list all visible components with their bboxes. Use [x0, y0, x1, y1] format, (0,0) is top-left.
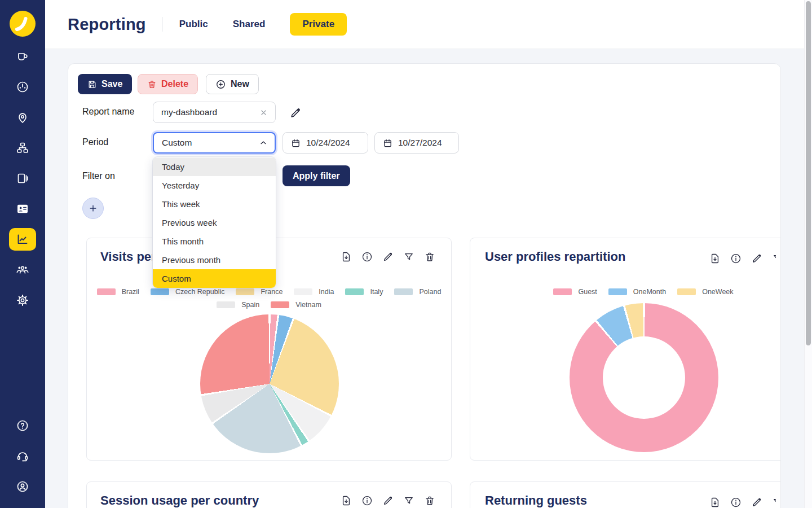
legend-item[interactable]: Poland [394, 288, 441, 296]
pie-chart-visits-per-country [200, 314, 339, 453]
legend-item[interactable]: Guest [553, 288, 597, 296]
edit-icon[interactable] [382, 251, 394, 262]
save-button[interactable]: Save [78, 74, 132, 94]
legend-label: Italy [370, 288, 383, 296]
date-to-field[interactable]: 10/27/2024 [374, 132, 459, 154]
period-option-today[interactable]: Today [153, 157, 276, 176]
report-name-input[interactable] [161, 107, 259, 117]
sidebar-item-reporting-active[interactable] [9, 228, 36, 251]
sidebar-item-contact-card-icon[interactable] [16, 202, 29, 216]
filter-icon[interactable] [403, 495, 414, 506]
period-option-this-week[interactable]: This week [153, 195, 276, 213]
edit-icon[interactable] [751, 497, 762, 508]
period-option-previous-month[interactable]: Previous month [153, 251, 276, 269]
download-icon[interactable] [341, 495, 352, 506]
sidebar-item-account-icon[interactable] [16, 480, 29, 493]
legend-item[interactable]: OneWeek [677, 288, 733, 296]
info-icon[interactable] [730, 497, 742, 508]
period-dropdown-menu: TodayYesterdayThis weekPrevious weekThis… [153, 157, 276, 288]
plus-circle-icon [215, 79, 226, 90]
chart-title: Session usage per country [100, 493, 259, 508]
period-option-yesterday[interactable]: Yesterday [153, 176, 276, 195]
edit-icon[interactable] [382, 495, 394, 506]
chart-actions [341, 251, 435, 262]
download-icon[interactable] [341, 251, 352, 262]
sidebar-item-support-headset-icon[interactable] [16, 449, 29, 463]
period-option-custom[interactable]: Custom [153, 269, 276, 288]
new-button-label: New [231, 79, 249, 89]
new-button[interactable]: New [206, 74, 259, 94]
tab-shared[interactable]: Shared [233, 19, 266, 30]
legend-swatch [345, 288, 364, 295]
chart-card-returning-guests: Returning guests [470, 481, 781, 508]
legend-swatch [271, 301, 289, 308]
sidebar-item-sitemap-icon[interactable] [16, 141, 29, 155]
scrollbar-thumb[interactable] [806, 1, 811, 345]
chart-legend: BrazilCzech RepublicFranceIndiaItalyPola… [87, 288, 451, 309]
report-name-field[interactable] [153, 102, 276, 123]
download-icon[interactable] [709, 497, 721, 508]
tab-public[interactable]: Public [179, 19, 208, 30]
calendar-icon [383, 138, 392, 148]
trash-icon[interactable] [424, 495, 435, 506]
delete-button-label: Delete [161, 79, 188, 89]
legend-item[interactable]: Czech Republic [151, 288, 225, 296]
app-logo[interactable] [10, 11, 36, 37]
legend-item[interactable]: Brazil [97, 288, 139, 296]
legend-label: Czech Republic [175, 288, 225, 296]
header-divider [162, 17, 162, 32]
period-select-value: Custom [162, 138, 192, 148]
period-label: Period [82, 137, 108, 147]
sidebar-item-help-icon[interactable] [16, 419, 29, 432]
legend-item[interactable]: France [236, 288, 283, 296]
period-select[interactable]: Custom [153, 132, 276, 154]
filter-icon[interactable] [403, 251, 414, 262]
info-icon[interactable] [361, 495, 373, 506]
sidebar-item-carousel-icon[interactable] [16, 172, 29, 185]
donut-hole [603, 336, 685, 419]
edit-icon[interactable] [751, 253, 762, 264]
date-from-field[interactable]: 10/24/2024 [283, 132, 368, 154]
legend-item[interactable]: Italy [345, 288, 383, 296]
legend-swatch [394, 288, 413, 295]
legend-label: India [319, 288, 334, 296]
chart-card-user-profiles: User profiles repartition GuestOneMonthO… [470, 238, 781, 461]
filter-icon[interactable] [772, 497, 776, 508]
legend-label: OneWeek [702, 288, 733, 296]
info-icon[interactable] [730, 253, 742, 264]
sidebar-item-coffee-mug-icon[interactable] [16, 50, 29, 63]
add-filter-button[interactable] [82, 198, 104, 219]
tab-private[interactable]: Private [290, 13, 347, 36]
chart-title: User profiles repartition [485, 249, 625, 264]
legend-label: Vietnam [295, 301, 321, 309]
rename-report-icon[interactable] [289, 107, 302, 119]
period-option-previous-week[interactable]: Previous week [153, 213, 276, 232]
clear-input-icon[interactable] [259, 108, 268, 117]
filter-icon[interactable] [772, 253, 776, 264]
legend-item[interactable]: OneMonth [608, 288, 666, 296]
legend-item[interactable]: India [294, 288, 334, 296]
chart-actions [709, 253, 776, 264]
info-icon[interactable] [361, 251, 373, 262]
sidebar-item-settings-gear-icon[interactable] [16, 294, 29, 307]
legend-label: France [261, 288, 283, 296]
period-option-this-month[interactable]: This month [153, 232, 276, 251]
delete-button[interactable]: Delete [138, 74, 198, 94]
apply-filter-button[interactable]: Apply filter [283, 165, 350, 186]
legend-swatch [553, 288, 572, 295]
legend-item[interactable]: Spain [217, 301, 259, 309]
sidebar-item-dashboard-gauge-icon[interactable] [16, 80, 29, 94]
donut-chart-user-profiles [570, 303, 718, 452]
sidebar-item-location-pin-icon[interactable] [16, 111, 29, 124]
trash-icon[interactable] [424, 251, 435, 262]
legend-swatch [236, 288, 254, 295]
vertical-scrollbar [804, 0, 812, 508]
sidebar-item-user-group-icon[interactable] [16, 263, 29, 277]
chart-card-session-usage: Session usage per country [86, 481, 452, 508]
legend-swatch [294, 288, 312, 295]
report-name-label: Report name [82, 107, 135, 117]
legend-item[interactable]: Vietnam [271, 301, 321, 309]
line-chart-icon [16, 233, 29, 246]
legend-label: Poland [419, 288, 441, 296]
download-icon[interactable] [709, 253, 721, 264]
